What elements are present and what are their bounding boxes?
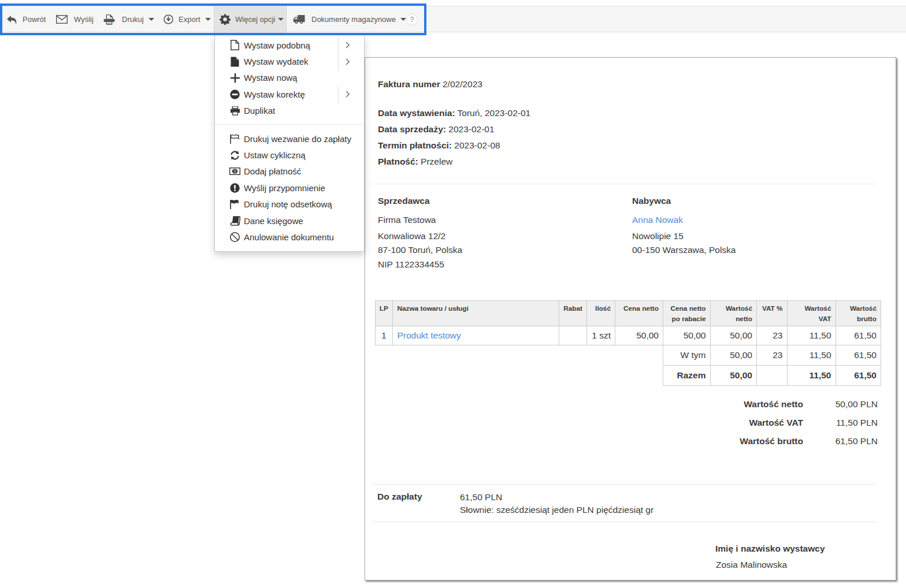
svg-text:0: 0 xyxy=(234,169,236,173)
